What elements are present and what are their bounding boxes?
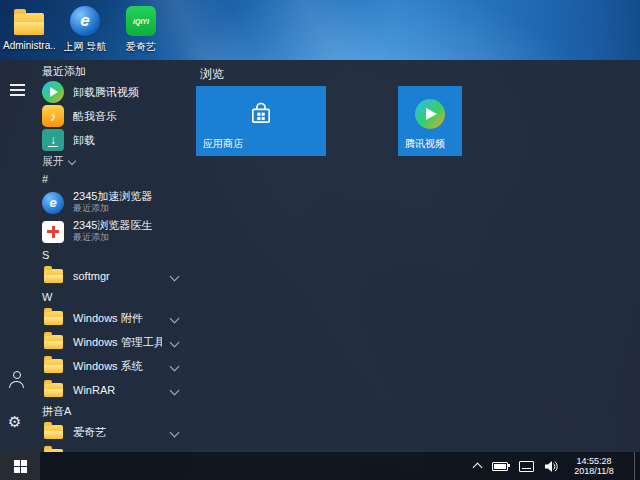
chevron-down-icon [170, 427, 180, 437]
tile-label: 腾讯视频 [405, 137, 445, 151]
clock-date: 2018/11/8 [571, 466, 617, 476]
tile-label: 应用商店 [203, 137, 243, 151]
app-list-folder-iqiyi[interactable]: 爱奇艺 [36, 420, 194, 444]
uninstall-icon: ↓ [42, 129, 64, 151]
section-letter-s[interactable]: S [36, 246, 194, 264]
folder-icon [44, 383, 63, 397]
tencent-video-icon [42, 81, 64, 103]
desktop-icon-administrator[interactable]: Administra... [4, 5, 54, 54]
chevron-down-icon [170, 385, 180, 395]
chevron-down-icon [170, 361, 180, 371]
chevron-down-icon [68, 157, 76, 165]
recently-added-header: 最近添加 [36, 62, 194, 80]
touch-keyboard-icon[interactable] [519, 461, 534, 472]
2345-browser-icon: e [42, 192, 64, 214]
chevron-down-icon [170, 271, 180, 281]
start-button[interactable] [0, 452, 40, 480]
desktop-icon-label: Administra... [3, 40, 55, 51]
chevron-down-icon [170, 337, 180, 347]
recently-added-tag: 最近添加 [73, 203, 152, 214]
folder-icon [44, 269, 63, 283]
start-menu-app-list: 最近添加 卸载腾讯视频 ♪ 酷我音乐 ↓ 卸载 展开 # e 2345加速浏览器… [36, 62, 194, 452]
iqiyi-logo-icon: iQIYI [126, 6, 156, 36]
desktop-icon-label: 爱奇艺 [126, 40, 156, 54]
tencent-video-play-icon [415, 99, 445, 129]
app-list-item-partial[interactable] [36, 444, 194, 452]
desktop-icon-web-navigation[interactable]: e 上网 导航 [60, 5, 110, 54]
app-list-folder-windows-admin-tools[interactable]: Windows 管理工具 [36, 330, 194, 354]
start-menu-left-rail: ⚙ [0, 60, 34, 452]
chevron-down-icon [170, 313, 180, 323]
tile-tencent-video[interactable]: 腾讯视频 [398, 86, 462, 156]
app-list-folder-winrar[interactable]: WinRAR [36, 378, 194, 402]
show-desktop-button[interactable] [634, 452, 640, 480]
section-letter-w[interactable]: W [36, 288, 194, 306]
folder-icon [44, 311, 63, 325]
store-bag-icon [247, 100, 275, 128]
app-list-folder-windows-accessories[interactable]: Windows 附件 [36, 306, 194, 330]
app-list-item-uninstall-tencent-video[interactable]: 卸载腾讯视频 [36, 80, 194, 104]
desktop-icon-iqiyi[interactable]: iQIYI 爱奇艺 [116, 5, 166, 54]
tile-group-title-browse[interactable]: 浏览 [200, 66, 224, 83]
clock-time: 14:55:28 [571, 456, 617, 466]
taskbar: 14:55:28 2018/11/8 [0, 452, 640, 480]
app-list-folder-windows-system[interactable]: Windows 系统 [36, 354, 194, 378]
tile-app-store[interactable]: 应用商店 [196, 86, 326, 156]
section-letter-pinyin-a[interactable]: 拼音A [36, 402, 194, 420]
browser-globe-icon: e [70, 6, 100, 36]
settings-gear-icon[interactable]: ⚙ [8, 414, 21, 430]
desktop-icon-label: 上网 导航 [64, 40, 107, 54]
app-list-folder-softmgr[interactable]: softmgr [36, 264, 194, 288]
folder-icon [44, 359, 63, 373]
app-list-item-uninstall[interactable]: ↓ 卸载 [36, 128, 194, 152]
browser-doctor-icon [42, 221, 64, 243]
battery-icon[interactable] [492, 462, 508, 471]
kuwo-music-icon: ♪ [42, 105, 64, 127]
recently-added-tag: 最近添加 [73, 232, 152, 243]
windows-logo-icon [14, 460, 27, 473]
taskbar-clock[interactable]: 14:55:28 2018/11/8 [571, 456, 617, 476]
section-letter-hash[interactable]: # [36, 170, 194, 188]
administrator-folder-icon [13, 5, 45, 37]
desktop-icon-area: Administra... e 上网 导航 iQIYI 爱奇艺 [4, 5, 166, 54]
hamburger-menu-icon[interactable] [10, 84, 25, 86]
start-menu: ⚙ 最近添加 卸载腾讯视频 ♪ 酷我音乐 ↓ 卸载 展开 # e 2345加速浏… [0, 60, 640, 452]
volume-icon[interactable] [545, 461, 558, 472]
app-list-item-2345-browser-doctor[interactable]: 2345浏览器医生 最近添加 [36, 217, 194, 246]
show-hidden-icons-chevron[interactable] [473, 463, 483, 473]
app-list-item-2345-browser[interactable]: e 2345加速浏览器 最近添加 [36, 188, 194, 217]
folder-icon [44, 335, 63, 349]
folder-icon [44, 425, 63, 439]
user-account-icon[interactable] [8, 371, 25, 388]
system-tray: 14:55:28 2018/11/8 [474, 452, 640, 480]
expand-toggle[interactable]: 展开 [36, 152, 194, 170]
app-list-item-kuwo-music[interactable]: ♪ 酷我音乐 [36, 104, 194, 128]
